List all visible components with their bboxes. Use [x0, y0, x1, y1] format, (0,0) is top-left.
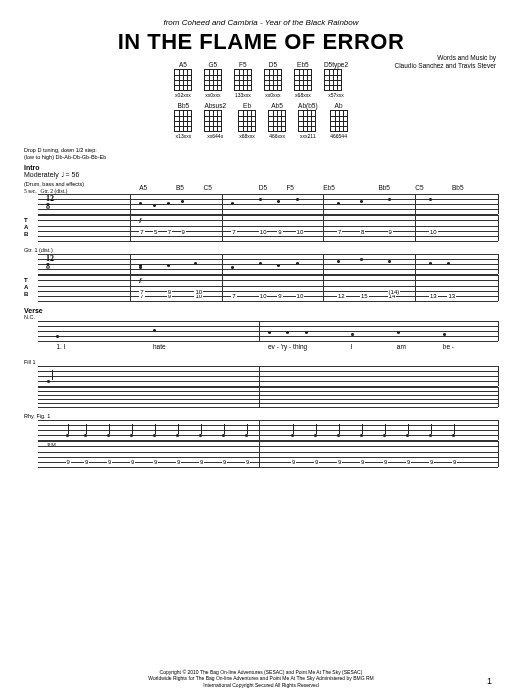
chord-diagram: Ab466544 [330, 102, 348, 139]
chord-mark: C5 [204, 184, 212, 191]
tab-fret: 9 [452, 459, 457, 465]
tab-fret: 9 [130, 459, 135, 465]
lyric: I [351, 343, 353, 350]
chord-grid [204, 110, 222, 132]
tab-fret: 9 [199, 459, 204, 465]
tab-fret: 9 [176, 459, 181, 465]
time-signature: 128 [46, 255, 54, 271]
chord-grid [204, 69, 222, 91]
tuning-line2: (low to high) Db-Ab-Db-Gb-Bb-Eb [24, 154, 498, 161]
tab-fret: 7 [139, 289, 144, 295]
chord-mark: Bb5 [378, 184, 390, 191]
fill1-label: Fill 1 [24, 359, 498, 365]
rhy-tab: 99999999999999999 [38, 441, 498, 467]
time-signature: 128 [46, 195, 54, 211]
lyric: 1. I [56, 343, 65, 350]
chord-diagram: A5x02xxx [174, 61, 192, 98]
tab-fret: 9 [181, 229, 186, 235]
source-line: from Coheed and Cambria - Year of the Bl… [24, 18, 498, 27]
chord-grid [174, 69, 192, 91]
vocal-staff [38, 321, 498, 341]
tab-staff-gtr2: TAB 757971091078910 [38, 215, 498, 241]
chord-grid [234, 69, 252, 91]
lyric-line: 1. I hate ev - 'ry - thing I am be - [38, 343, 498, 353]
tab-fret: 13 [429, 293, 438, 299]
chord-symbols-row: A5 B5 C5 D5 F5 Eb5 Bb5 C5 Bb5 [38, 184, 498, 194]
tab-fret: 10 [259, 229, 268, 235]
sheet-music-page: from Coheed and Cambria - Year of the Bl… [0, 0, 522, 481]
tab-fret: 7 [231, 293, 236, 299]
chord-diagram: D5type2x57xxx [324, 61, 348, 98]
tab-fret: 15 [360, 293, 369, 299]
tab-fret: 7 [167, 229, 172, 235]
rhy-staff: P.M. [38, 420, 498, 440]
tab-fret: 9 [277, 229, 282, 235]
fill-tab [38, 387, 498, 407]
tab-fret: 10 [194, 289, 203, 295]
chord-mark: B5 [176, 184, 184, 191]
chord-grid [294, 69, 312, 91]
tab-fret: 10 [259, 293, 268, 299]
chord-mark: Eb5 [323, 184, 335, 191]
intro-label: Intro [24, 164, 498, 171]
system-vocal: 1. I hate ev - 'ry - thing I am be - [24, 321, 498, 353]
system-rhyfig: P.M. 99999999999999999 [24, 420, 498, 467]
credits-line2: Claudio Sanchez and Travis Stever [394, 62, 496, 70]
chord-diagram: Bb5x13xxx [174, 102, 192, 139]
chord-diagram: F5133xxx [234, 61, 252, 98]
chord-diagram: Ab5466xxx [268, 102, 286, 139]
notation-staff: A5 B5 C5 D5 F5 Eb5 Bb5 C5 Bb5 128 f [38, 194, 498, 214]
bars-rest: 5 sec. [24, 188, 37, 194]
tuning-note: Drop D tuning, down 1/2 step: (low to hi… [24, 147, 498, 160]
chord-grid [330, 110, 348, 132]
tab-fret: 8 [360, 229, 365, 235]
chord-grid [268, 110, 286, 132]
chord-diagram: Eb5x68xxx [294, 61, 312, 98]
chord-grid [264, 69, 282, 91]
tab-fret: 9 [107, 459, 112, 465]
tab-fret: 9 [406, 459, 411, 465]
chord-mark: A5 [139, 184, 147, 191]
tab-label: TAB [24, 277, 28, 298]
gtr1-label: Gtr. 1 (dist.) [24, 247, 498, 253]
tab-staff-gtr1: TAB 77991010710910121514(14)1313 [38, 275, 498, 301]
source-prefix: from Coheed and Cambria - [163, 18, 264, 27]
tab-fret: 9 [222, 459, 227, 465]
tab-fret: 9 [66, 459, 71, 465]
tab-fret: (14) [388, 289, 401, 295]
rhyfig-label: Rhy. Fig. 1 [24, 413, 498, 419]
source-album: Year of the Black Rainbow [265, 18, 359, 27]
chord-mark: D5 [259, 184, 267, 191]
chord-grid [174, 110, 192, 132]
notation-staff: 128 f [38, 254, 498, 274]
credits-line1: Words and Music by [394, 54, 496, 62]
nc-mark: N.C. [24, 314, 498, 320]
tab-fret: 10 [296, 229, 305, 235]
tab-fret: 7 [337, 229, 342, 235]
lyric: ev - 'ry - thing [268, 343, 307, 350]
tab-fret: 9 [314, 459, 319, 465]
tab-fret: 12 [337, 293, 346, 299]
chord-row-2: Bb5x13xxx Absus2xx644x Ebx68xxx Ab5466xx… [24, 102, 498, 139]
chord-diagram: G5xx0xxx [204, 61, 222, 98]
system-fill1 [24, 366, 498, 407]
tab-fret: 9 [383, 459, 388, 465]
tab-fret: 9 [167, 289, 172, 295]
chord-diagram: Absus2xx644x [204, 102, 226, 139]
tuning-line1: Drop D tuning, down 1/2 step: [24, 147, 498, 154]
chord-diagram: Ab(b5)xxx211 [298, 102, 318, 139]
chord-mark: C5 [415, 184, 423, 191]
tab-fret: 7 [231, 229, 236, 235]
tempo-marking: Moderately ♩ = 56 [24, 171, 498, 179]
lyric: hate [153, 343, 166, 350]
tab-fret: 9 [291, 459, 296, 465]
tab-fret: 9 [429, 459, 434, 465]
tab-fret: 5 [153, 229, 158, 235]
fill-staff [38, 366, 498, 386]
copyright-footer: Copyright © 2010 The Bag On-line Adventu… [0, 669, 522, 689]
system-gtr2: (Drum, bass and effects) 5 sec. Gtr. 2 (… [24, 181, 498, 241]
tab-fret: 9 [360, 459, 365, 465]
credits: Words and Music by Claudio Sanchez and T… [394, 54, 496, 70]
chord-mark: Bb5 [452, 184, 464, 191]
chord-grid [298, 110, 316, 132]
